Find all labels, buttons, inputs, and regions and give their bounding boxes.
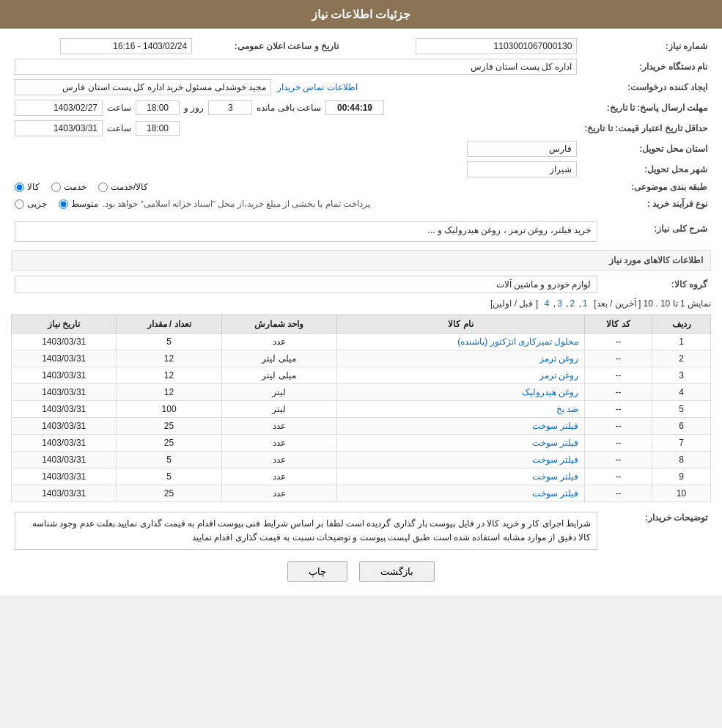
price-validity-date-input: 1403/03/31: [15, 120, 103, 136]
response-deadline-row: 00:44:19 ساعت باقی مانده 3 روز و 18:00 س…: [11, 98, 581, 118]
need-number-input: 1103001067000130: [416, 38, 577, 54]
category-khidmat-radio[interactable]: [51, 183, 61, 192]
category-kala-khidmat[interactable]: کالا/خدمت: [98, 182, 148, 192]
cell-row: 3: [652, 367, 711, 384]
cell-qty: 25: [117, 418, 221, 435]
col-header-qty: تعداد / مقدار: [117, 315, 221, 334]
notes-label: توضیحات خریدار:: [645, 512, 707, 523]
cell-row: 8: [652, 452, 711, 468]
cell-unit: عدد: [221, 485, 336, 502]
col-header-row: ردیف: [652, 315, 711, 334]
category-khidmat[interactable]: خدمت: [51, 182, 86, 192]
process-jozi-label: جزیی: [27, 199, 47, 209]
category-kala-label: کالا: [27, 182, 40, 192]
info-layout-table: شماره نیاز: 1103001067000130 تاریخ و ساع…: [11, 36, 711, 213]
notes-input: شرایط اجرای کار و خرید کالا در فایل پیوس…: [15, 512, 597, 550]
cell-date: 1403/03/31: [12, 435, 117, 452]
notes-layout-table: توضیحات خریدار: شرایط اجرای کار و خرید ک…: [11, 510, 711, 552]
process-jozi-radio[interactable]: [15, 199, 24, 209]
buttons-row: بازگشت چاپ: [11, 561, 711, 582]
cell-date: 1403/03/31: [12, 384, 117, 401]
announce-date-input: 1403/02/24 - 16:16: [60, 38, 192, 54]
countdown-value: 00:44:19: [325, 100, 384, 115]
city-input: شیراز: [467, 161, 577, 177]
table-row: 4 -- روغن هیدرولیک لیتر 12 1403/03/31: [12, 384, 711, 401]
col-header-code: کد کالا: [585, 315, 652, 334]
table-row: 6 -- فیلتر سوخت عدد 25 1403/03/31: [12, 418, 711, 435]
table-row: 10 -- فیلتر سوخت عدد 25 1403/03/31: [12, 485, 711, 502]
table-row: 1 -- محلول تمیرکاری انژکتور (پاشنده) عدد…: [12, 334, 711, 350]
cell-name: روغن ترمز: [336, 350, 585, 367]
process-note: پرداخت تمام یا بخشی از مبلغ خرید،از محل …: [103, 196, 370, 211]
col-header-date: تاریخ نیاز: [12, 315, 117, 334]
cell-code: --: [585, 401, 652, 418]
goods-group-label: گروه کالا:: [671, 279, 707, 290]
cell-qty: 12: [117, 384, 221, 401]
response-days-value: 3: [208, 100, 252, 115]
process-motavasset[interactable]: متوسط: [59, 199, 98, 209]
cell-code: --: [585, 468, 652, 485]
creator-link[interactable]: اطلاعات تماس خریدار: [277, 82, 358, 92]
cell-code: --: [585, 452, 652, 468]
cell-qty: 5: [117, 468, 221, 485]
category-kala[interactable]: کالا: [15, 182, 40, 192]
countdown-label: ساعت باقی مانده: [257, 103, 321, 113]
back-button[interactable]: بازگشت: [359, 561, 435, 582]
cell-unit: میلی لیتر: [221, 350, 336, 367]
cell-unit: میلی لیتر: [221, 367, 336, 384]
process-label: نوع فرآیند خرید :: [581, 194, 711, 213]
cell-name: فیلتر سوخت: [336, 468, 585, 485]
cell-row: 4: [652, 384, 711, 401]
cell-name: فیلتر سوخت: [336, 452, 585, 468]
col-header-unit: واحد شمارش: [221, 315, 336, 334]
table-row: 5 -- ضد یخ لیتر 100 1403/03/31: [12, 401, 711, 418]
cell-date: 1403/03/31: [12, 452, 117, 468]
announce-date-value: 1403/02/24 - 16:16: [11, 36, 196, 56]
page-4-link[interactable]: 4: [545, 298, 550, 309]
page-1-link[interactable]: 1: [583, 298, 588, 309]
need-number-value: 1103001067000130: [357, 36, 581, 56]
cell-unit: عدد: [221, 435, 336, 452]
city-label: شهر محل تحویل:: [581, 159, 711, 180]
process-motavasset-radio[interactable]: [59, 199, 68, 209]
cell-unit: عدد: [221, 452, 336, 468]
page-container: جزئیات اطلاعات نیاز شماره نیاز: 11030010…: [0, 0, 722, 595]
response-time-value: 18:00: [136, 100, 180, 115]
goods-table: ردیف کد کالا نام کالا واحد شمارش تعداد /…: [11, 315, 711, 502]
buyer-org-label: نام دستگاه خریدار:: [581, 56, 711, 77]
goods-group-input: لوازم خودرو و ماشین آلات: [15, 276, 597, 293]
process-jozi[interactable]: جزیی: [15, 199, 47, 209]
cell-date: 1403/03/31: [12, 350, 117, 367]
cell-date: 1403/03/31: [12, 468, 117, 485]
table-row: 2 -- روغن ترمز میلی لیتر 12 1403/03/31: [12, 350, 711, 367]
description-input: خرید فیلتر، روغن ترمز ، روغن هیدرولیک و …: [15, 221, 597, 242]
cell-qty: 25: [117, 435, 221, 452]
category-kala-khidmat-radio[interactable]: [98, 183, 108, 192]
print-button[interactable]: چاپ: [287, 561, 347, 582]
cell-qty: 100: [117, 401, 221, 418]
cell-row: 1: [652, 334, 711, 350]
cell-date: 1403/03/31: [12, 418, 117, 435]
announce-date-label: تاریخ و ساعت اعلان عمومی:: [196, 36, 342, 56]
category-kala-radio[interactable]: [15, 183, 24, 192]
table-row: 7 -- فیلتر سوخت عدد 25 1403/03/31: [12, 435, 711, 452]
page-3-link[interactable]: 3: [557, 298, 562, 309]
pagination-text: نمایش 1 تا 10 . 10 [ آخرین / بعد]: [592, 298, 711, 309]
cell-row: 6: [652, 418, 711, 435]
page-2-link[interactable]: 2: [570, 298, 575, 309]
cell-unit: لیتر: [221, 401, 336, 418]
col-header-name: نام کالا: [336, 315, 585, 334]
response-time-label: ساعت: [107, 103, 131, 113]
cell-unit: عدد: [221, 418, 336, 435]
category-radio-group: کالا/خدمت خدمت کالا: [15, 182, 577, 192]
cell-date: 1403/03/31: [12, 401, 117, 418]
cell-unit: لیتر: [221, 384, 336, 401]
cell-row: 2: [652, 350, 711, 367]
creator-input: مجید خوشدلی مسئول خرید اداره کل پست استا…: [15, 79, 271, 95]
cell-row: 10: [652, 485, 711, 502]
description-label: شرح کلی نیاز:: [654, 224, 707, 234]
page-title: جزئیات اطلاعات نیاز: [0, 0, 722, 29]
goods-section-title: اطلاعات کالاهای مورد نیاز: [11, 250, 711, 271]
response-days-label: روز و: [184, 103, 204, 113]
cell-qty: 5: [117, 334, 221, 350]
